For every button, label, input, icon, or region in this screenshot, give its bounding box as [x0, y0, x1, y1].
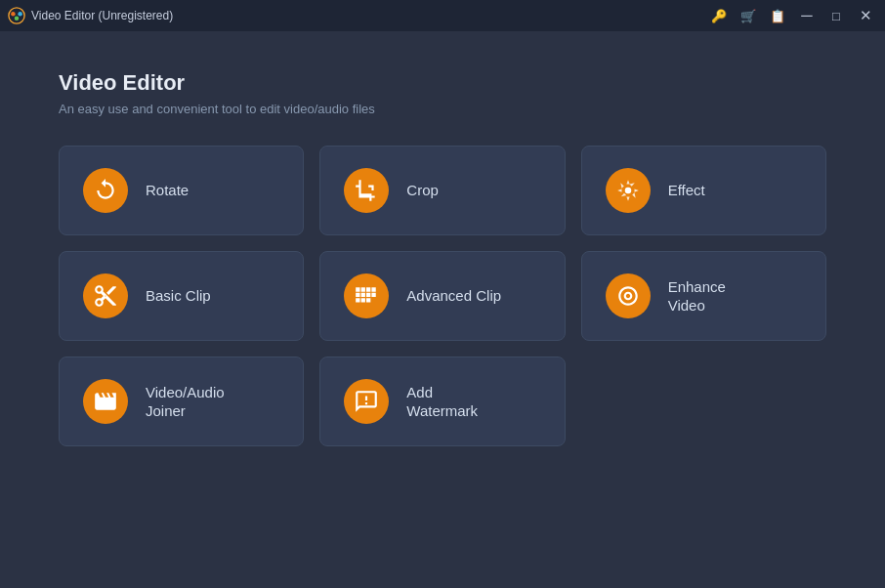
svg-point-3 — [15, 16, 20, 21]
maximize-button[interactable]: □ — [824, 4, 848, 27]
key-icon[interactable]: 🔑 — [707, 4, 731, 27]
enhance-video-icon — [606, 273, 651, 318]
svg-point-1 — [11, 12, 16, 17]
card-basic-clip[interactable]: Basic Clip — [59, 251, 304, 341]
feature-grid: Rotate Crop Effect Basic Clip — [59, 146, 826, 446]
card-rotate[interactable]: Rotate — [59, 146, 304, 235]
advanced-clip-icon — [344, 273, 389, 318]
svg-point-2 — [18, 12, 22, 17]
card-joiner[interactable]: Video/AudioJoiner — [59, 357, 304, 446]
rotate-label: Rotate — [146, 181, 189, 200]
rotate-icon — [83, 168, 128, 213]
titlebar-controls: 🔑 🛒 📋 ─ □ ✕ — [707, 4, 877, 27]
advanced-clip-label: Advanced Clip — [406, 286, 501, 306]
svg-point-0 — [9, 8, 24, 23]
page-subtitle: An easy use and convenient tool to edit … — [59, 102, 826, 116]
watermark-icon — [344, 379, 389, 424]
card-enhance-video[interactable]: EnhanceVideo — [581, 251, 826, 341]
card-effect[interactable]: Effect — [581, 146, 826, 235]
titlebar-left: Video Editor (Unregistered) — [8, 7, 173, 24]
joiner-label: Video/AudioJoiner — [146, 383, 225, 421]
close-button[interactable]: ✕ — [854, 4, 877, 27]
joiner-icon — [83, 379, 128, 424]
enhance-video-label: EnhanceVideo — [668, 277, 726, 315]
clipboard-icon[interactable]: 📋 — [766, 4, 789, 27]
watermark-label: AddWatermark — [406, 383, 478, 421]
minimize-button[interactable]: ─ — [795, 4, 819, 27]
main-content: Video Editor An easy use and convenient … — [0, 31, 885, 476]
app-title: Video Editor (Unregistered) — [31, 9, 173, 22]
crop-label: Crop — [406, 181, 439, 200]
svg-point-4 — [624, 188, 631, 194]
card-watermark[interactable]: AddWatermark — [319, 357, 565, 446]
card-advanced-clip[interactable]: Advanced Clip — [319, 251, 565, 341]
basic-clip-label: Basic Clip — [146, 286, 211, 306]
titlebar: Video Editor (Unregistered) 🔑 🛒 📋 ─ □ ✕ — [0, 0, 885, 31]
basic-clip-icon — [83, 273, 128, 318]
crop-icon — [344, 168, 389, 213]
app-logo-icon — [8, 7, 25, 24]
effect-label: Effect — [668, 181, 705, 200]
cart-icon[interactable]: 🛒 — [737, 4, 760, 27]
effect-icon — [606, 168, 651, 213]
card-crop[interactable]: Crop — [319, 146, 565, 235]
page-title: Video Editor — [59, 70, 826, 96]
